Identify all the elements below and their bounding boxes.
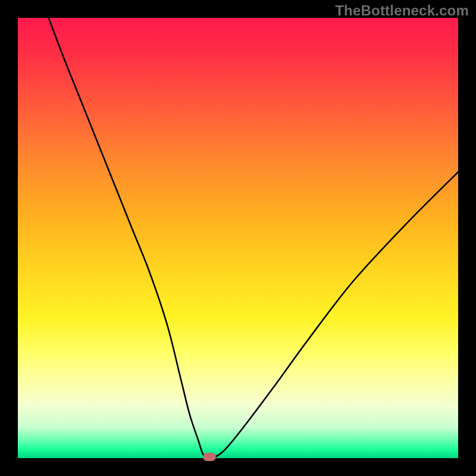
watermark-text: TheBottleneck.com: [335, 2, 469, 19]
curve-svg: [18, 18, 458, 458]
chart-frame: TheBottleneck.com: [0, 0, 476, 476]
bottleneck-curve-path: [49, 18, 458, 459]
optimal-point-marker: [203, 453, 216, 461]
plot-area: [18, 18, 458, 458]
